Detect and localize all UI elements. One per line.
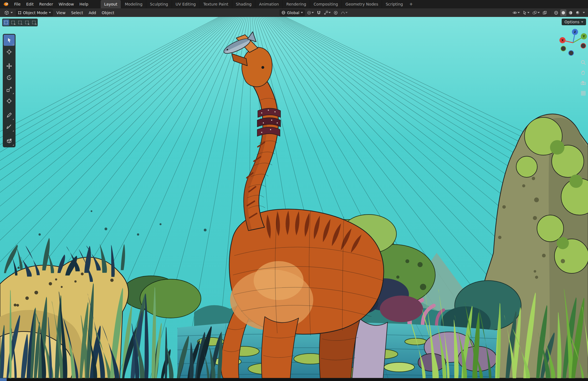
select-mode-subtract[interactable]: − [17,19,23,26]
perspective-toggle-button[interactable] [580,90,586,96]
menu-render[interactable]: Render [37,0,56,8]
chevron-down-icon [345,12,348,13]
view-controls [580,59,586,96]
shading-solid-icon [561,11,566,15]
shading-settings-dropdown[interactable] [582,9,586,16]
tool-transform[interactable] [4,95,15,107]
workspace-tabs: Layout Modeling Sculpting UV Editing Tex… [101,0,416,8]
orientation-label: Global [287,11,299,15]
camera-view-button[interactable] [580,80,586,86]
editor-3d-viewport-icon [4,10,9,15]
overlays-icon [532,11,537,15]
snap-settings-dropdown[interactable] [323,9,332,16]
shading-wireframe-button[interactable] [553,9,559,16]
viewport-canvas[interactable] [0,17,588,378]
pan-button[interactable] [580,70,586,76]
object-visibility-dropdown[interactable] [511,9,521,16]
zoom-button[interactable] [580,59,586,65]
navigation-gizmo[interactable]: Z Y X [558,27,588,58]
chevron-down-icon [527,12,530,13]
gizmo-y-neg-axis[interactable] [561,46,566,51]
chevron-down-icon [49,12,51,13]
menu-add[interactable]: Add [86,9,98,16]
gizmo-z-neg-axis[interactable] [569,51,574,55]
shading-material-button[interactable] [567,9,574,16]
gizmo-y-label: Y [582,35,585,38]
shading-rendered-button[interactable] [575,9,581,16]
tab-scripting[interactable]: Scripting [382,0,406,8]
tab-compositing[interactable]: Compositing [310,0,342,8]
tool-cursor[interactable] [4,46,15,57]
menu-edit[interactable]: Edit [23,0,36,8]
menu-file[interactable]: File [11,0,23,8]
tab-geometry-nodes[interactable]: Geometry Nodes [342,0,382,8]
select-mode-new[interactable] [3,19,9,26]
shading-material-icon [568,11,573,15]
xray-toggle[interactable] [542,9,548,16]
tool-scale[interactable] [4,84,15,95]
proportional-falloff-dropdown[interactable] [340,9,348,16]
menu-view[interactable]: View [54,9,68,16]
orientation-globe-icon [281,11,286,15]
blender-window: File Edit Render Window Help Layout Mode… [0,0,588,381]
tool-measure[interactable] [4,121,15,132]
select-mode-extend[interactable]: + [10,19,16,26]
menu-help[interactable]: Help [77,0,91,8]
gizmo-x-neg-axis[interactable] [581,43,586,48]
tab-sculpting[interactable]: Sculpting [146,0,172,8]
tab-rendering[interactable]: Rendering [282,0,310,8]
proportional-editing-toggle[interactable] [333,9,339,16]
chevron-down-icon [583,12,585,13]
tool-shelf [3,34,16,147]
chevron-down-icon [518,12,520,13]
tool-move[interactable] [4,60,15,72]
mode-dropdown[interactable]: Object Mode [16,9,53,16]
snap-magnet-icon [317,11,321,15]
menu-window[interactable]: Window [56,0,77,8]
tab-layout[interactable]: Layout [101,0,121,8]
shading-wireframe-icon [554,11,558,15]
snap-target-icon [324,11,328,15]
tab-animation[interactable]: Animation [255,0,282,8]
chevron-down-icon [329,12,331,13]
chevron-down-icon [301,12,303,13]
tool-rotate[interactable] [4,72,15,83]
topbar: File Edit Render Window Help Layout Mode… [0,0,588,8]
mode-label: Object Mode [23,11,47,15]
editor-type-button[interactable] [2,9,15,16]
options-label: Options [564,20,579,24]
bottom-editor-strip[interactable] [0,378,588,381]
dino-eye [261,66,264,69]
select-mode-intersect[interactable]: ∩ [31,19,37,26]
pivot-point-dropdown[interactable] [306,9,315,16]
tab-uv-editing[interactable]: UV Editing [172,0,199,8]
tool-add-cube[interactable] [4,135,15,147]
chevron-down-icon [11,12,13,13]
chevron-down-icon [581,21,583,23]
chevron-down-icon [538,12,540,13]
tab-shading[interactable]: Shading [232,0,255,8]
bottom-strip-accent [0,378,7,381]
gizmo-x-label: X [561,39,564,42]
blender-logo-icon[interactable] [0,0,11,8]
pivot-point-icon [307,11,311,15]
menu-object[interactable]: Object [100,9,117,16]
gizmos-dropdown[interactable] [522,9,530,16]
overlays-dropdown[interactable] [531,9,541,16]
snap-toggle[interactable] [316,9,322,16]
tool-annotate[interactable] [4,110,15,121]
viewport-header: Object Mode View Select Add Object Globa… [0,8,588,17]
tab-texture-paint[interactable]: Texture Paint [199,0,232,8]
shading-rendered-icon [576,11,580,15]
add-workspace-button[interactable]: + [406,0,416,8]
tab-modeling[interactable]: Modeling [121,0,146,8]
shading-solid-button[interactable] [560,9,566,16]
select-mode-strip: + − × ∩ [2,19,38,26]
gizmos-icon [523,11,527,15]
options-button[interactable]: Options [562,19,586,25]
transform-orientation-dropdown[interactable]: Global [279,9,305,16]
menu-select[interactable]: Select [69,9,85,16]
select-mode-invert[interactable]: × [24,19,30,26]
proportional-falloff-icon [341,11,345,15]
tool-select-box[interactable] [4,35,15,46]
